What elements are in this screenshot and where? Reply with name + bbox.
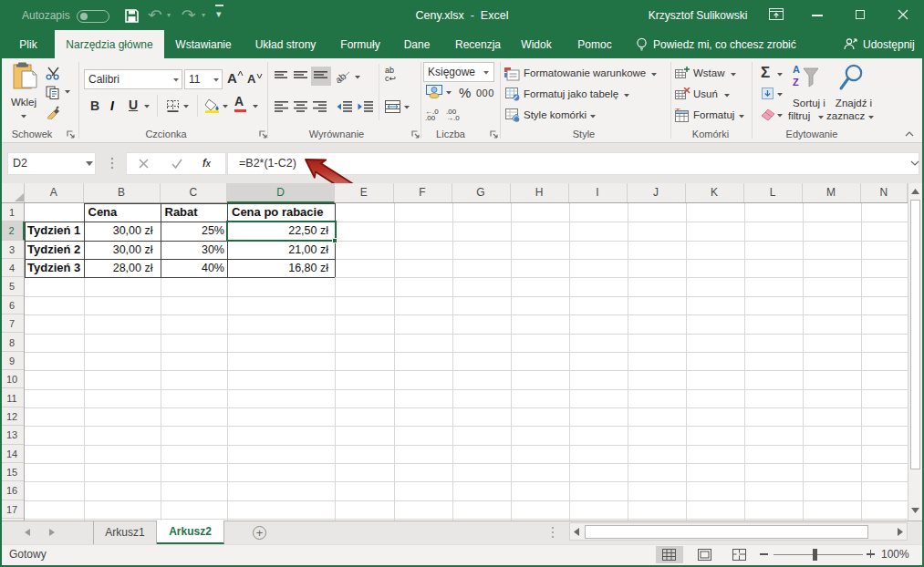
svg-text:.00: .00 [425,114,436,120]
svg-text:ab: ab [337,70,348,83]
svg-text:→.0: →.0 [446,114,460,120]
